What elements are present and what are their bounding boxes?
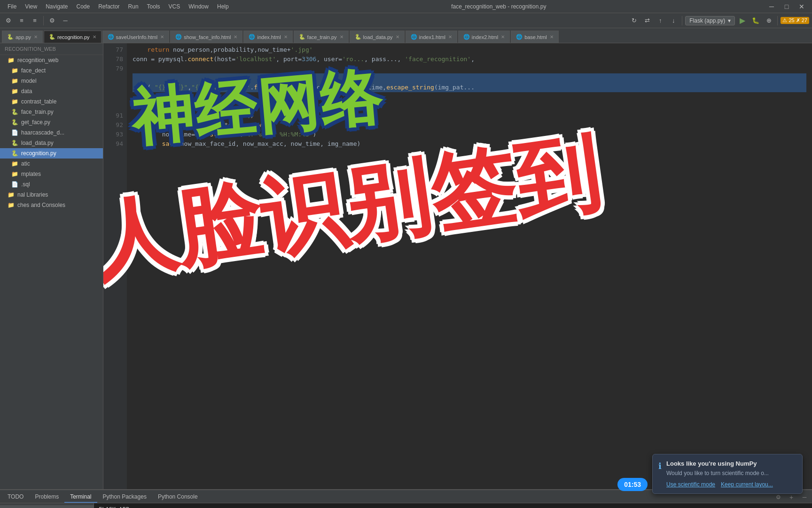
popup-title: Looks like you're using NumPy xyxy=(666,460,773,467)
debug-button[interactable]: 🐛 xyxy=(750,15,761,26)
toolbar-btn-3[interactable]: ≡ xyxy=(29,15,40,26)
sidebar-item-consoles[interactable]: 📁 ches and Consoles xyxy=(0,200,103,210)
popup-links: Use scientific mode Keep current layou..… xyxy=(666,481,773,488)
sidebar-item-sql[interactable]: 📄 .sql xyxy=(0,179,103,190)
sidebar-item-haarcascade[interactable]: 📄 haarcascade_d... xyxy=(0,127,103,138)
tab-base-html[interactable]: 🌐 base.html ✕ xyxy=(511,31,559,43)
sidebar-item-label: model xyxy=(21,78,37,84)
coverage-button[interactable]: ⊕ xyxy=(763,15,774,26)
close-icon[interactable]: ✕ xyxy=(234,34,237,40)
menu-code[interactable]: Code xyxy=(73,2,94,11)
sidebar-item-libraries[interactable]: 📁 nal Libraries xyxy=(0,190,103,200)
sidebar-item-get-face[interactable]: 🐍 get_face.py xyxy=(0,117,103,127)
folder-icon: 📁 xyxy=(11,88,18,95)
menu-help[interactable]: Help xyxy=(213,2,233,11)
tab-label: index.html xyxy=(257,34,281,40)
tab-label: base.html xyxy=(524,34,547,40)
tab-index2-html[interactable]: 🌐 index2.html ✕ xyxy=(458,31,510,43)
toolbar-btn-1[interactable]: ⚙ xyxy=(3,15,14,26)
tab-recognition-py[interactable]: 🐍 recognition.py ✕ xyxy=(44,31,102,43)
toolbar-btn-2[interactable]: ≡ xyxy=(16,15,27,26)
toolbar-settings[interactable]: ⚙ xyxy=(47,15,58,26)
maximize-button[interactable]: □ xyxy=(780,2,793,11)
tab-todo[interactable]: TODO xyxy=(2,492,29,503)
menu-view[interactable]: View xyxy=(21,2,41,11)
folder-icon: 📁 xyxy=(11,78,18,84)
python-file-icon: 🐍 xyxy=(11,140,18,146)
menu-vcs[interactable]: VCS xyxy=(165,2,184,11)
sidebar-item-data[interactable]: 📁 data xyxy=(0,86,103,96)
sidebar-item-atic[interactable]: 📁 atic xyxy=(0,159,103,169)
tab-face-train-py[interactable]: 🐍 face_train.py ✕ xyxy=(294,31,349,43)
toolbar-upload[interactable]: ↑ xyxy=(655,15,666,26)
code-line-selected xyxy=(133,73,806,83)
window-title: face_recognition_web - recognition.py xyxy=(233,3,765,10)
menu-tools[interactable]: Tools xyxy=(143,2,164,11)
close-icon[interactable]: ✕ xyxy=(284,34,288,40)
close-icon[interactable]: ✕ xyxy=(160,34,164,40)
sidebar-header: recognition_web xyxy=(0,43,103,55)
scientific-mode-link[interactable]: Use scientific mode xyxy=(666,481,715,488)
close-icon[interactable]: ✕ xyxy=(396,34,399,40)
title-bar: File View Navigate Code Refactor Run Too… xyxy=(0,0,812,13)
tab-app-py[interactable]: 🐍 app.py ✕ xyxy=(2,31,43,43)
menu-run[interactable]: Run xyxy=(125,2,142,11)
close-icon[interactable]: ✕ xyxy=(34,34,38,40)
toolbar-reload[interactable]: ↻ xyxy=(628,15,640,26)
tab-problems[interactable]: Problems xyxy=(29,492,64,503)
menu-window[interactable]: Window xyxy=(185,2,212,11)
info-icon: ℹ xyxy=(658,461,662,471)
sidebar-item-root[interactable]: 📁 recognition_web xyxy=(0,55,103,65)
numpy-popup: ℹ Looks like you're using NumPy Would yo… xyxy=(652,454,803,494)
sidebar-item-face-train[interactable]: 🐍 face_train.py xyxy=(0,107,103,117)
sidebar-item-label: .sql xyxy=(21,181,30,188)
popup-description: Would you like to turn scientific mode o… xyxy=(666,469,773,477)
warning-badge[interactable]: ⚠ 25 ✗ 27 xyxy=(781,17,809,24)
chevron-down-icon: ▾ xyxy=(728,17,731,24)
minimize-button[interactable]: ─ xyxy=(765,2,778,11)
sidebar-item-mplates[interactable]: 📁 mplates xyxy=(0,169,103,179)
toolbar-sep-3 xyxy=(777,16,778,25)
sidebar-item-face-dect[interactable]: 📁 face_dect xyxy=(0,65,103,76)
code-content[interactable]: return now_person,probability,now_time+'… xyxy=(127,43,812,489)
close-icon[interactable]: ✕ xyxy=(550,34,554,40)
sidebar-item-load-data[interactable]: 🐍 load_data.py xyxy=(0,138,103,148)
tab-index1-html[interactable]: 🌐 index1.html ✕ xyxy=(406,31,457,43)
toolbar-btn-4[interactable]: ─ xyxy=(60,15,71,26)
editor-area[interactable]: 77 78 79 91 92 93 94 return now_person,p… xyxy=(103,43,812,489)
toolbar-download[interactable]: ↓ xyxy=(668,15,679,26)
close-icon[interactable]: ✕ xyxy=(448,34,452,40)
code-line xyxy=(133,92,806,102)
tab-python-console[interactable]: Python Console xyxy=(152,492,203,503)
sidebar-item-model[interactable]: 📁 model xyxy=(0,76,103,86)
close-icon[interactable]: ✕ xyxy=(340,34,344,40)
tab-label: load_data.py xyxy=(363,34,393,40)
run-config[interactable]: Flask (app.py) ▾ xyxy=(685,16,735,25)
sidebar-item-recognition[interactable]: 🐍 recognition.py xyxy=(0,148,103,159)
sidebar-item-label: contrast_table xyxy=(21,98,56,105)
close-icon[interactable]: ✕ xyxy=(93,34,96,40)
tab-label: index2.html xyxy=(472,34,498,40)
tab-saveuserinfo-html[interactable]: 🌐 saveUserInfo.html ✕ xyxy=(102,31,170,43)
toolbar-sync[interactable]: ⇄ xyxy=(641,15,653,26)
terminal-output[interactable]: FLASK_APP = ... FLASK_DEBUG ... In folde… xyxy=(94,503,812,508)
tab-show-face-html[interactable]: 🌐 show_face_info.html ✕ xyxy=(170,31,242,43)
tab-label: app.py xyxy=(16,34,31,40)
tab-python-packages[interactable]: Python Packages xyxy=(97,492,152,503)
menu-file[interactable]: File xyxy=(4,2,20,11)
menu-refactor[interactable]: Refactor xyxy=(94,2,123,11)
tab-label: recognition.py xyxy=(57,34,90,40)
run-button[interactable]: ▶ xyxy=(737,15,748,26)
menu-navigate[interactable]: Navigate xyxy=(42,2,71,11)
keep-layout-link[interactable]: Keep current layou... xyxy=(721,481,773,488)
popup-header: ℹ Looks like you're using NumPy Would yo… xyxy=(658,460,796,488)
close-icon[interactable]: ✕ xyxy=(501,34,505,40)
code-editor[interactable]: 77 78 79 91 92 93 94 return now_person,p… xyxy=(103,43,812,489)
sidebar-item-contrast-table[interactable]: 📁 contrast_table xyxy=(0,96,103,107)
tab-index-html[interactable]: 🌐 index.html ✕ xyxy=(243,31,292,43)
close-button[interactable]: ✕ xyxy=(795,2,808,11)
tab-terminal[interactable]: Terminal xyxy=(64,492,97,503)
tab-load-data-py[interactable]: 🐍 load_data.py ✕ xyxy=(350,31,405,43)
terminal-run-item[interactable]: ▶ Flask (app.py) ✕ xyxy=(0,505,94,508)
html-file-icon: 🌐 xyxy=(463,34,470,40)
